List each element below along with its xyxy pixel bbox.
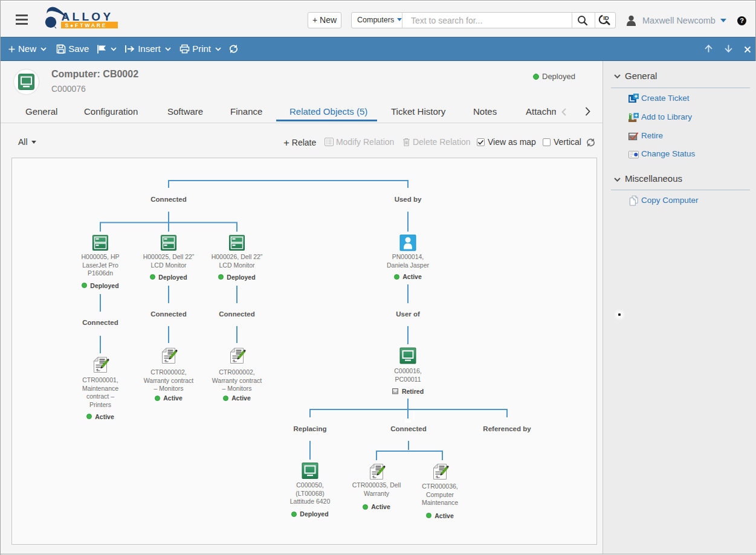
- svg-text:S●FTWARE: S●FTWARE: [65, 22, 108, 28]
- svg-text:ID: ID: [603, 14, 609, 21]
- svg-text:ALLOY: ALLOY: [62, 10, 114, 23]
